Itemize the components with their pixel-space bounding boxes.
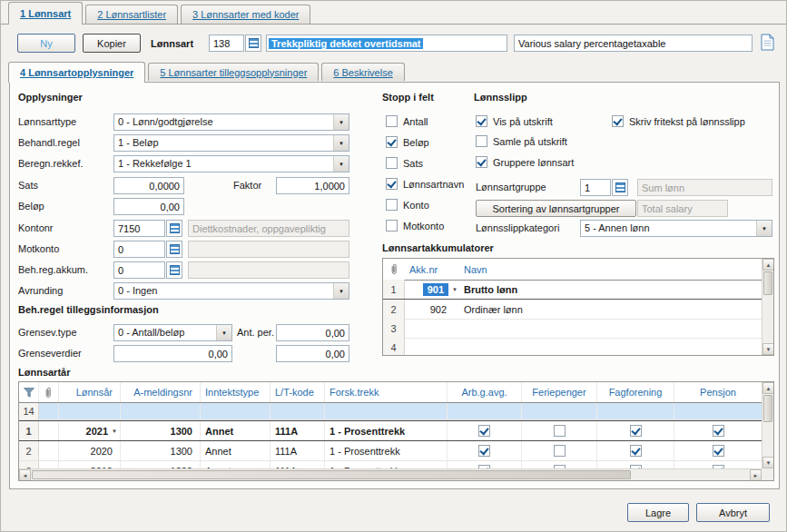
scroll-right-button[interactable]: ► bbox=[750, 469, 762, 481]
save-button[interactable]: Lagre bbox=[627, 503, 689, 522]
behandlregel-select[interactable]: 1 - Beløp ▼ bbox=[113, 134, 349, 152]
belop-checkbox[interactable] bbox=[386, 136, 398, 148]
akknr-cell[interactable] bbox=[405, 338, 459, 356]
lonnsartaar-vertical-scrollbar[interactable]: ▲ ▼ bbox=[762, 382, 773, 468]
akkumulator-row[interactable]: 3 bbox=[383, 319, 762, 339]
grenseverdi2-input[interactable] bbox=[276, 345, 349, 362]
motkonto-checkbox[interactable] bbox=[386, 220, 398, 232]
lonnsartaar-row[interactable]: 1 2021▼ 1300 Annet 111A 1 - Prosenttrekk bbox=[19, 420, 762, 441]
fagforening-checkbox[interactable] bbox=[630, 425, 642, 437]
navn-cell[interactable] bbox=[459, 338, 762, 356]
arbgavg-cell[interactable] bbox=[448, 421, 522, 440]
lonnsaar-column-header[interactable]: Lønnsår bbox=[59, 382, 121, 402]
lonnsartaar-row[interactable]: 3 2019 1300 Annet 111A 1 - Prosenttrekk bbox=[19, 461, 762, 468]
feriepenger-column-header[interactable]: Feriepenger bbox=[522, 382, 597, 402]
behregakkum-lookup-button[interactable] bbox=[166, 261, 182, 279]
lonnsart-lookup-button[interactable] bbox=[245, 34, 261, 52]
avrunding-select[interactable]: 0 - Ingen ▼ bbox=[113, 282, 349, 300]
feriepenger-checkbox[interactable] bbox=[554, 445, 566, 457]
akknr-cell[interactable] bbox=[405, 319, 459, 338]
navn-cell[interactable] bbox=[459, 319, 762, 338]
akkumulator-row[interactable]: 2 902 Ordinær lønn bbox=[383, 300, 762, 320]
inntektstype-cell[interactable]: Annet bbox=[201, 461, 271, 468]
arbgavg-checkbox[interactable] bbox=[478, 425, 490, 437]
forsktrekk-column-header[interactable]: Forsk.trekk bbox=[325, 382, 448, 402]
tab-lonnsarter-med-koder[interactable]: 3 Lønnsarter med koder bbox=[181, 5, 310, 24]
pensjon-checkbox[interactable] bbox=[713, 445, 724, 457]
fagforening-cell[interactable] bbox=[597, 441, 674, 460]
kontonr-input[interactable] bbox=[113, 220, 165, 237]
filter-funnel-icon[interactable] bbox=[19, 382, 39, 402]
navn-cell[interactable]: Brutto lønn bbox=[459, 280, 762, 299]
grensevtype-select[interactable]: 0 - Antall/beløp ▼ bbox=[113, 324, 232, 341]
lonnsaar-cell[interactable]: 2021▼ bbox=[59, 421, 121, 440]
ltkode-column-header[interactable]: L/T-kode bbox=[271, 382, 325, 402]
chevron-down-icon[interactable]: ▼ bbox=[112, 429, 117, 434]
ameldingsnr-column-header[interactable]: A-meldingsnr bbox=[121, 382, 201, 402]
inntektstype-column-header[interactable]: Inntektstype bbox=[201, 382, 271, 402]
antall-checkbox[interactable] bbox=[386, 115, 398, 127]
feriepenger-cell[interactable] bbox=[522, 421, 597, 440]
scroll-up-button[interactable]: ▲ bbox=[762, 382, 774, 394]
konto-checkbox[interactable] bbox=[386, 199, 398, 211]
tab-beskrivelse[interactable]: 6 Beskrivelse bbox=[321, 63, 404, 81]
scrollbar-thumb[interactable] bbox=[32, 470, 631, 479]
feriepenger-cell[interactable] bbox=[522, 461, 597, 468]
pensjon-checkbox[interactable] bbox=[713, 425, 724, 437]
fagforening-column-header[interactable]: Fagforening bbox=[597, 382, 674, 402]
gruppere-lonnsart-checkbox[interactable] bbox=[476, 156, 487, 168]
tab-lonnsartopplysninger[interactable]: 4 Lønnsartopplysninger bbox=[8, 62, 145, 83]
tab-lonnsart[interactable]: 1 Lønnsart bbox=[8, 2, 83, 25]
behregakkum-input[interactable] bbox=[113, 261, 165, 279]
sats-checkbox[interactable] bbox=[386, 157, 398, 169]
feriepenger-cell[interactable] bbox=[522, 441, 597, 460]
ltkode-cell[interactable]: 111A bbox=[271, 441, 325, 460]
tab-tilleggsopplysninger[interactable]: 5 Lønnsarter tilleggsopplysninger bbox=[148, 63, 319, 81]
ltkode-cell[interactable]: 111A bbox=[271, 421, 325, 440]
row-number[interactable]: 2 bbox=[19, 441, 39, 460]
cancel-button[interactable]: Avbryt bbox=[696, 503, 770, 522]
inntektstype-cell[interactable]: Annet bbox=[201, 421, 271, 440]
lonnsart-number-input[interactable] bbox=[209, 34, 244, 52]
arbgavg-checkbox[interactable] bbox=[478, 445, 490, 457]
fagforening-cell[interactable] bbox=[597, 461, 674, 468]
forsktrekk-cell[interactable]: 1 - Prosenttrekk bbox=[325, 441, 448, 460]
akkumulator-row[interactable]: 1 901 ▼ Brutto lønn bbox=[383, 280, 762, 300]
chevron-down-icon[interactable]: ▼ bbox=[452, 287, 457, 292]
pensjon-cell[interactable] bbox=[674, 441, 762, 460]
pensjon-cell[interactable] bbox=[674, 421, 762, 440]
arbgavg-column-header[interactable]: Arb.g.avg. bbox=[448, 382, 522, 402]
kontonr-lookup-button[interactable] bbox=[166, 220, 182, 237]
navn-column-header[interactable]: Navn bbox=[459, 259, 762, 280]
pensjon-cell[interactable] bbox=[674, 461, 762, 468]
scrollbar-thumb[interactable] bbox=[763, 271, 772, 295]
lonnsartaar-row-selected[interactable]: 14 bbox=[19, 403, 762, 420]
new-button[interactable]: Ny bbox=[17, 34, 75, 53]
row-number[interactable]: 1 bbox=[19, 421, 39, 440]
akkumulator-scrollbar[interactable]: ▲ ▼ bbox=[762, 259, 773, 355]
fagforening-cell[interactable] bbox=[597, 421, 674, 440]
akknr-cell[interactable]: 902 bbox=[405, 300, 459, 319]
copy-button[interactable]: Kopier bbox=[83, 34, 141, 53]
vis-pa-utskrift-checkbox[interactable] bbox=[476, 115, 487, 127]
row-number[interactable]: 14 bbox=[19, 403, 39, 419]
samle-pa-utskrift-checkbox[interactable] bbox=[476, 135, 487, 147]
motkonto-input[interactable] bbox=[113, 241, 165, 258]
row-number[interactable]: 3 bbox=[383, 319, 405, 338]
arbgavg-cell[interactable] bbox=[448, 461, 522, 468]
ameldingsnr-cell[interactable]: 1300 bbox=[121, 461, 201, 468]
beregnrekkef-select[interactable]: 1 - Rekkefølge 1 ▼ bbox=[113, 155, 349, 172]
arbgavg-cell[interactable] bbox=[448, 441, 522, 460]
tab-lonnsartlister[interactable]: 2 Lønnsartlister bbox=[85, 5, 178, 24]
scroll-down-button[interactable]: ▼ bbox=[762, 457, 774, 468]
lonnsartgruppe-input[interactable] bbox=[580, 179, 611, 196]
belop-input[interactable] bbox=[113, 198, 184, 215]
ltkode-cell[interactable]: 111A bbox=[271, 461, 325, 468]
ameldingsnr-cell[interactable]: 1300 bbox=[121, 421, 201, 440]
row-number[interactable]: 3 bbox=[19, 461, 39, 468]
ameldingsnr-cell[interactable]: 1300 bbox=[121, 441, 201, 460]
lonnsarttype-select[interactable]: 0 - Lønn/godtgjørelse ▼ bbox=[113, 113, 349, 131]
scroll-left-button[interactable]: ◄ bbox=[19, 469, 31, 481]
sortering-button[interactable]: Sortering av lønnsartgrupper bbox=[476, 200, 636, 217]
antper-input[interactable] bbox=[276, 324, 349, 341]
